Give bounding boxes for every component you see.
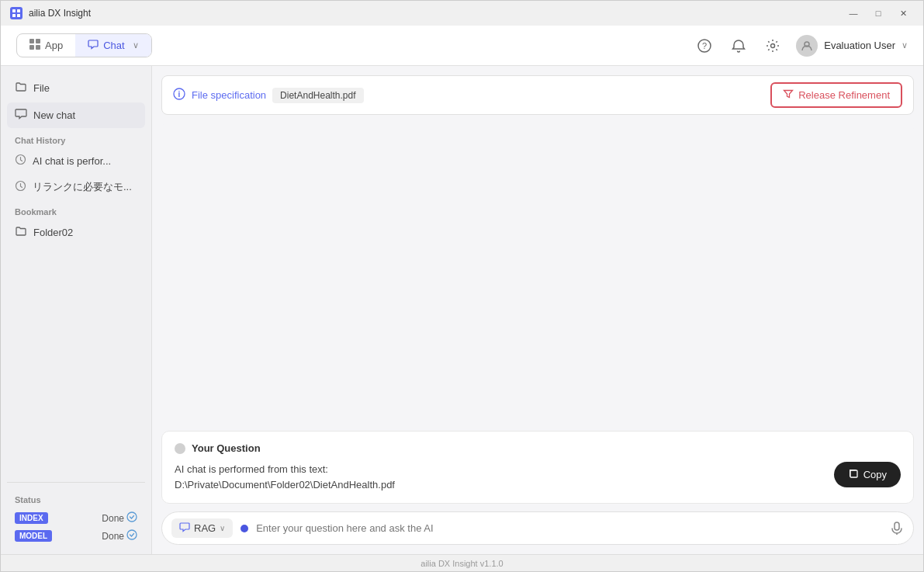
bookmark-section-title: Bookmark <box>7 201 145 220</box>
folder-icon <box>15 81 27 95</box>
history-icon-1 <box>15 154 26 168</box>
sidebar-item-file[interactable]: File <box>7 75 145 101</box>
question-header: Your Question <box>175 442 901 454</box>
history-label-1: AI chat is perfor... <box>33 155 111 167</box>
copy-icon <box>848 468 859 481</box>
question-body: AI chat is performed from this text: D:\… <box>175 462 901 492</box>
footer: ailia DX Insight v1.1.0 <box>1 554 923 571</box>
file-spec-label: File specification <box>192 89 266 101</box>
content-topbar: i File specification DietAndHealth.pdf R… <box>161 75 914 115</box>
tab-chat-label: Chat <box>103 40 124 51</box>
rag-selector[interactable]: RAG ∨ <box>171 518 233 538</box>
notifications-button[interactable] <box>728 35 749 57</box>
rag-icon <box>179 522 190 535</box>
close-button[interactable]: ✕ <box>892 5 914 21</box>
input-bar: RAG ∨ <box>161 511 914 545</box>
question-title: Your Question <box>192 442 261 454</box>
input-active-dot <box>241 525 248 532</box>
folder02-label: Folder02 <box>33 227 73 238</box>
nav-tabs: App Chat ∨ <box>16 33 152 57</box>
question-card: Your Question AI chat is performed from … <box>161 431 914 504</box>
rag-chevron-icon: ∨ <box>220 524 225 532</box>
avatar <box>796 35 818 57</box>
maximize-button[interactable]: □ <box>867 5 889 21</box>
sidebar: File New chat Chat History A <box>1 66 152 554</box>
folder-bookmark-icon <box>15 225 27 240</box>
release-refinement-button[interactable]: Release Refinement <box>770 82 902 108</box>
chat-tab-chevron: ∨ <box>133 40 139 50</box>
settings-button[interactable] <box>762 35 784 57</box>
svg-rect-5 <box>36 39 40 43</box>
window-controls: — □ ✕ <box>843 5 914 21</box>
svg-point-14 <box>127 512 137 522</box>
minimize-button[interactable]: — <box>843 5 864 21</box>
svg-text:i: i <box>178 90 181 99</box>
index-badge: INDEX <box>15 512 48 524</box>
status-section-title: Status <box>7 492 145 509</box>
app-title: ailia DX Insight <box>29 8 91 19</box>
header: App Chat ∨ ? <box>1 26 923 66</box>
status-row-model: MODEL Done <box>7 527 145 545</box>
svg-rect-4 <box>29 39 34 43</box>
tab-app[interactable]: App <box>17 34 75 57</box>
svg-rect-18 <box>850 470 857 477</box>
user-chevron: ∨ <box>902 40 908 50</box>
titlebar-left: ailia DX Insight <box>10 7 91 19</box>
svg-rect-3 <box>17 14 20 17</box>
svg-point-15 <box>127 530 137 539</box>
titlebar: ailia DX Insight — □ ✕ <box>1 1 923 26</box>
chat-input[interactable] <box>256 522 882 534</box>
svg-rect-0 <box>12 9 16 12</box>
tab-chat[interactable]: Chat ∨ <box>75 34 151 57</box>
history-label-2: リランクに必要なモ... <box>33 180 132 194</box>
svg-rect-1 <box>17 9 20 12</box>
svg-rect-2 <box>12 14 16 17</box>
model-badge: MODEL <box>15 530 52 542</box>
history-icon-2 <box>15 180 26 194</box>
header-nav: App Chat ∨ <box>16 33 152 57</box>
index-status: Done <box>102 511 137 525</box>
user-info[interactable]: Evaluation User ∨ <box>796 35 908 57</box>
sidebar-item-history-2[interactable]: リランクに必要なモ... <box>7 175 145 199</box>
svg-text:?: ? <box>702 41 707 50</box>
question-status-dot <box>175 443 185 454</box>
tab-app-label: App <box>45 40 63 51</box>
body: File New chat Chat History A <box>1 66 923 554</box>
svg-rect-19 <box>895 522 899 530</box>
version-label: ailia DX Insight v1.1.0 <box>420 559 503 568</box>
sidebar-item-history-1[interactable]: AI chat is perfor... <box>7 148 145 173</box>
user-name: Evaluation User <box>824 40 895 51</box>
microphone-button[interactable] <box>890 522 904 536</box>
chat-icon <box>88 39 99 52</box>
sidebar-file-label: File <box>33 82 50 94</box>
file-spec-value: DietAndHealth.pdf <box>272 88 363 103</box>
sidebar-item-folder02[interactable]: Folder02 <box>7 220 145 245</box>
chat-spacer <box>161 123 914 423</box>
model-status: Done <box>102 529 137 543</box>
info-icon: i <box>173 88 185 102</box>
sidebar-new-chat-label: New chat <box>33 109 75 121</box>
chat-bubble-icon <box>15 108 27 123</box>
release-btn-label: Release Refinement <box>798 89 890 101</box>
filter-icon <box>783 88 794 102</box>
sidebar-item-new-chat[interactable]: New chat <box>7 102 145 128</box>
history-section-title: Chat History <box>7 130 145 148</box>
svg-rect-6 <box>29 45 34 50</box>
sidebar-status: Status INDEX Done MODEL <box>7 482 145 545</box>
app-icon <box>10 7 22 19</box>
main-content: i File specification DietAndHealth.pdf R… <box>152 66 923 554</box>
model-done-icon <box>126 529 137 543</box>
grid-icon <box>29 39 40 52</box>
rag-label: RAG <box>194 522 216 534</box>
svg-point-10 <box>771 43 775 47</box>
question-text: AI chat is performed from this text: D:\… <box>175 462 825 492</box>
help-button[interactable]: ? <box>694 35 715 57</box>
index-done-icon <box>126 511 137 525</box>
chat-area: Your Question AI chat is performed from … <box>161 123 914 504</box>
copy-button[interactable]: Copy <box>834 462 901 487</box>
copy-label: Copy <box>863 469 887 480</box>
svg-rect-7 <box>36 45 40 50</box>
status-row-index: INDEX Done <box>7 509 145 527</box>
header-right: ? <box>694 35 908 57</box>
file-spec: i File specification DietAndHealth.pdf <box>173 88 364 103</box>
